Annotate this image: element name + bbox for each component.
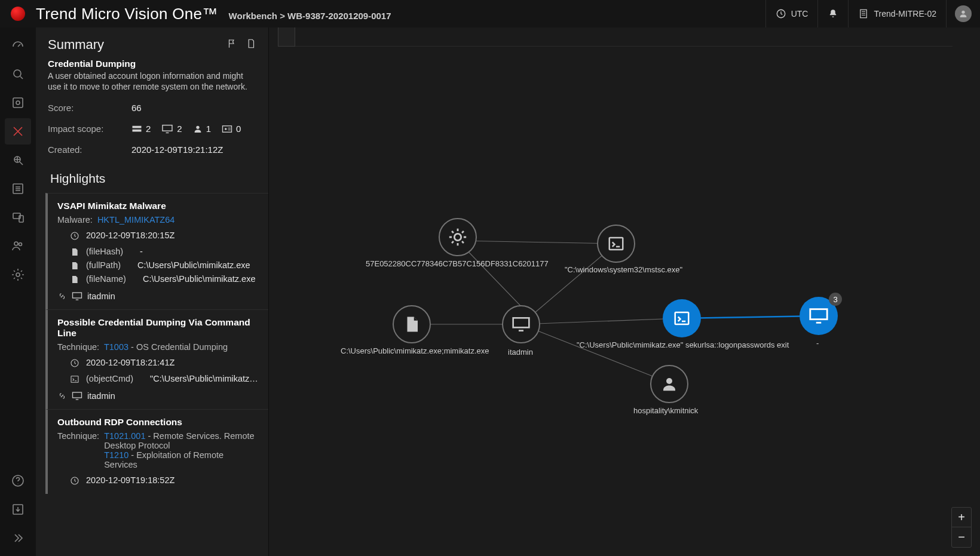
- svg-point-10: [14, 242, 18, 245]
- svg-rect-38: [675, 312, 689, 324]
- graph-edges: [269, 27, 980, 556]
- clock-icon: [69, 476, 80, 486]
- svg-line-29: [458, 241, 616, 244]
- flag-icon: [226, 38, 237, 49]
- node-label: 57E052280CC778346C7B57C156DF8331C6201177: [366, 259, 549, 268]
- node-label: itadmin: [508, 348, 533, 357]
- product-title: Trend Micro Vision One™: [36, 5, 218, 23]
- node-label: "C:\windows\system32\mstsc.exe": [565, 265, 682, 274]
- svg-point-12: [16, 273, 20, 277]
- nav-workbench[interactable]: [5, 118, 31, 145]
- note-button[interactable]: [246, 38, 256, 51]
- node-process-active[interactable]: [663, 299, 701, 337]
- node-label: hospitality\kmitnick: [633, 406, 698, 415]
- user-icon: [958, 9, 968, 19]
- download-box-icon: [11, 502, 25, 517]
- nav-dashboard[interactable]: [5, 32, 31, 59]
- svg-point-14: [17, 483, 18, 484]
- device-icon: [11, 210, 25, 225]
- svg-rect-16: [133, 126, 142, 128]
- node-endpoint[interactable]: [502, 305, 540, 343]
- timezone-button[interactable]: UTC: [765, 0, 818, 27]
- technique-link[interactable]: T1003: [104, 342, 128, 352]
- node-process[interactable]: [597, 225, 635, 263]
- nav-users[interactable]: [5, 233, 31, 259]
- flag-button[interactable]: [226, 38, 237, 51]
- highlight-card[interactable]: VSAPI Mimikatz Malware Malware: HKTL_MIM…: [45, 193, 268, 309]
- score-value: 66: [131, 103, 142, 113]
- svg-point-21: [225, 128, 226, 130]
- nav-response[interactable]: [5, 204, 31, 231]
- technique-link[interactable]: T1210: [104, 450, 128, 460]
- search-icon: [11, 67, 25, 81]
- zoom-in-button[interactable]: +: [952, 508, 971, 527]
- svg-point-5: [16, 101, 20, 105]
- monitor-icon: [72, 291, 82, 301]
- nav-search[interactable]: [5, 61, 31, 87]
- nav-settings[interactable]: [5, 262, 31, 288]
- brand-logo[interactable]: [0, 0, 36, 27]
- highlight-card[interactable]: Possible Credential Dumping Via Command …: [45, 309, 268, 409]
- link-icon: [57, 391, 67, 401]
- nav-help[interactable]: [5, 468, 31, 494]
- svg-rect-17: [133, 130, 142, 132]
- monitor-icon: [161, 124, 173, 134]
- clock-icon: [69, 358, 80, 368]
- nav-expand[interactable]: [5, 525, 31, 551]
- score-label: Score:: [48, 103, 131, 113]
- svg-point-11: [19, 243, 22, 246]
- summary-title: Summary: [48, 37, 104, 53]
- node-label: C:\Users\Public\mimikatz.exe;mimikatz.ex…: [341, 346, 489, 355]
- file-icon: [69, 275, 80, 284]
- svg-line-32: [521, 318, 680, 324]
- highlight-title: Possible Credential Dumping Via Command …: [57, 317, 259, 339]
- svg-point-2: [961, 11, 964, 14]
- top-bar: Trend Micro Vision One™ Workbench > WB-9…: [0, 0, 980, 27]
- svg-rect-37: [610, 238, 623, 250]
- breadcrumb[interactable]: Workbench > WB-9387-20201209-0017: [229, 11, 391, 21]
- node-file[interactable]: [393, 305, 431, 343]
- cross-icon: [11, 124, 25, 139]
- nav-investigate[interactable]: [5, 90, 31, 116]
- terminal-icon: [69, 374, 80, 384]
- svg-point-19: [196, 126, 199, 129]
- summary-panel: Summary Credential Dumping A user obtain…: [36, 27, 269, 556]
- zoom-out-button[interactable]: −: [952, 527, 971, 547]
- notifications-button[interactable]: [817, 0, 848, 27]
- highlight-title: Outbound RDP Connections: [57, 417, 259, 428]
- gear-icon: [11, 268, 25, 282]
- highlight-card[interactable]: Outbound RDP Connections Technique: T102…: [45, 409, 268, 494]
- svg-rect-40: [810, 309, 827, 320]
- nav-apps[interactable]: [5, 496, 31, 523]
- people-icon: [11, 239, 25, 253]
- shield-scan-icon: [11, 96, 25, 110]
- nav-reports[interactable]: [5, 176, 31, 202]
- alert-description: A user obtained account logon informatio…: [48, 70, 256, 92]
- alert-name: Credential Dumping: [48, 59, 256, 69]
- highlights-title: Highlights: [36, 159, 268, 193]
- created-value: 2020-12-09T19:21:12Z: [131, 145, 223, 155]
- node-badge: 3: [829, 293, 842, 306]
- tenant-button[interactable]: Trend-MITRE-02: [848, 0, 946, 27]
- monitor-icon: [808, 307, 829, 325]
- user-avatar[interactable]: [946, 0, 980, 27]
- file-icon: [403, 315, 421, 333]
- technique-link[interactable]: T1021.001: [104, 431, 145, 441]
- id-card-icon: [222, 125, 232, 133]
- svg-rect-4: [13, 98, 23, 107]
- graph-canvas[interactable]: 57E052280CC778346C7B57C156DF8331C6201177…: [269, 27, 980, 556]
- terminal-icon: [607, 235, 625, 253]
- svg-point-39: [666, 378, 672, 384]
- target-icon: [11, 153, 25, 167]
- terminal-icon: [673, 309, 691, 327]
- node-user[interactable]: [650, 365, 688, 403]
- svg-rect-36: [513, 318, 529, 327]
- zoom-controls: + −: [951, 507, 972, 548]
- nav-hunt[interactable]: [5, 147, 31, 173]
- node-label: "C:\Users\Public\mimikatz.exe" sekurlsa:…: [577, 340, 789, 349]
- chevron-double-right-icon: [11, 531, 25, 545]
- svg-rect-25: [71, 376, 78, 383]
- malware-link[interactable]: HKTL_MIMIKATZ64: [97, 215, 174, 225]
- svg-rect-20: [223, 126, 232, 133]
- node-process[interactable]: [439, 218, 477, 256]
